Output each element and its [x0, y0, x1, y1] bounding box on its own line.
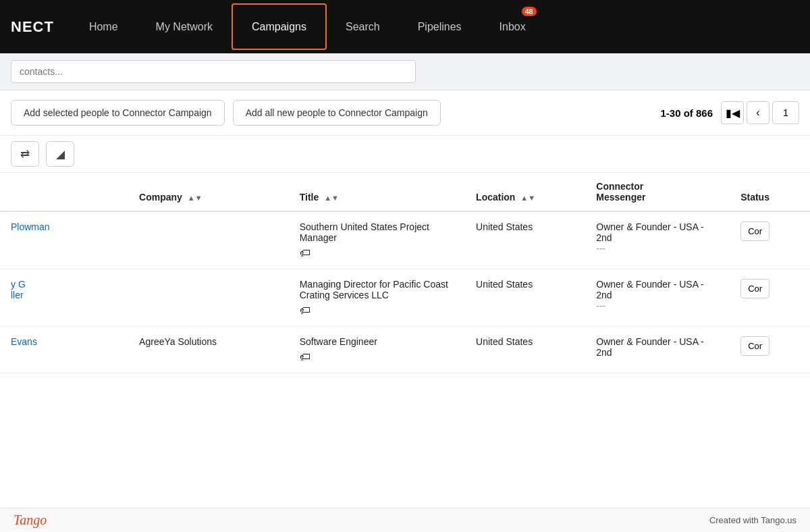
tag-icon-2: 🏷: [300, 304, 310, 317]
first-page-button[interactable]: ▮◀: [721, 101, 744, 124]
col-header-name: [0, 173, 128, 211]
row-title-2: Managing Director for Pacific Coast Crat…: [289, 269, 465, 327]
row-name-3: Evans: [0, 327, 128, 373]
prev-page-button[interactable]: ‹: [747, 101, 770, 124]
nav-item-my-network[interactable]: My Network: [137, 0, 232, 53]
nav-item-home[interactable]: Home: [70, 0, 137, 53]
table-container: Company ▲▼ Title ▲▼ Location ▲▼ Connecto…: [0, 173, 810, 373]
nav-bar: NECT Home My Network Campaigns Search Pi…: [0, 0, 810, 53]
footer-created-text: Created with Tango.us: [709, 515, 796, 525]
title-sort-icon: ▲▼: [324, 194, 339, 202]
location-sort-icon: ▲▼: [520, 194, 535, 202]
col-header-connector: ConnectorMessenger: [585, 173, 730, 211]
row-company-3: AgreeYa Solutions: [128, 327, 289, 373]
filter-button[interactable]: ◢: [46, 141, 74, 167]
row-status-3: Cor: [730, 327, 810, 373]
contacts-table: Company ▲▼ Title ▲▼ Location ▲▼ Connecto…: [0, 173, 810, 373]
pagination-controls: ▮◀ ‹ 1: [721, 101, 799, 124]
footer: Tango Created with Tango.us: [0, 508, 810, 532]
nav-item-pipelines[interactable]: Pipelines: [399, 0, 481, 53]
row-name-1: Plowman: [0, 211, 128, 269]
nav-item-inbox[interactable]: Inbox 48: [481, 0, 545, 53]
pagination-info: 1-30 of 866: [660, 107, 713, 119]
app-logo: NECT: [11, 18, 54, 36]
add-selected-button[interactable]: Add selected people to Connector Campaig…: [11, 100, 225, 126]
status-button-1[interactable]: Cor: [740, 221, 770, 241]
col-header-status: Status: [730, 173, 810, 211]
row-location-1: United States: [465, 211, 585, 269]
row-company-2: [128, 269, 289, 327]
row-connector-1: Owner & Founder - USA - 2nd ---: [585, 211, 730, 269]
tag-icon-1: 🏷: [300, 247, 310, 259]
row-status-2: Cor: [730, 269, 810, 327]
footer-tango-logo: Tango: [14, 512, 47, 528]
row-title-3: Software Engineer 🏷: [289, 327, 465, 373]
row-title-1: Southern United States Project Manager 🏷: [289, 211, 465, 269]
company-sort-icon: ▲▼: [188, 194, 202, 202]
table-row: y Gller Managing Director for Pacific Co…: [0, 269, 810, 327]
row-location-3: United States: [465, 327, 585, 373]
add-all-button[interactable]: Add all new people to Connector Campaign: [233, 100, 441, 126]
row-connector-3: Owner & Founder - USA - 2nd: [585, 327, 730, 373]
row-name-2: y Gller: [0, 269, 128, 327]
search-input[interactable]: [11, 60, 416, 83]
row-connector-2: Owner & Founder - USA - 2nd ---: [585, 269, 730, 327]
row-company-1: [128, 211, 289, 269]
nav-item-campaigns[interactable]: Campaigns: [232, 3, 327, 50]
row-location-2: United States: [465, 269, 585, 327]
status-button-3[interactable]: Cor: [740, 336, 770, 356]
col-header-company[interactable]: Company ▲▼: [128, 173, 289, 211]
inbox-badge: 48: [522, 7, 537, 16]
table-row: Plowman Southern United States Project M…: [0, 211, 810, 269]
filter-bar: ⇄ ◢: [0, 136, 810, 173]
current-page: 1: [772, 101, 799, 124]
col-header-title[interactable]: Title ▲▼: [289, 173, 465, 211]
tag-icon-3: 🏷: [300, 351, 310, 363]
col-header-location[interactable]: Location ▲▼: [465, 173, 585, 211]
action-bar: Add selected people to Connector Campaig…: [0, 90, 810, 136]
nav-items: Home My Network Campaigns Search Pipelin…: [70, 0, 545, 53]
nav-item-search[interactable]: Search: [327, 0, 399, 53]
toolbar-area: [0, 53, 810, 90]
table-row: Evans AgreeYa Solutions Software Enginee…: [0, 327, 810, 373]
table-header-row: Company ▲▼ Title ▲▼ Location ▲▼ Connecto…: [0, 173, 810, 211]
sort-button[interactable]: ⇄: [11, 141, 39, 167]
status-button-2[interactable]: Cor: [740, 279, 770, 298]
row-status-1: Cor: [730, 211, 810, 269]
